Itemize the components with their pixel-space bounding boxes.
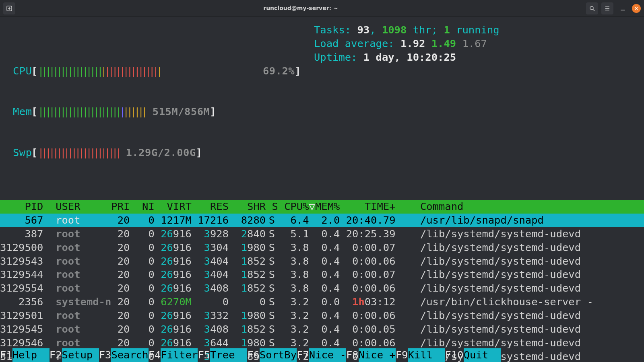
new-tab-button[interactable] [3, 2, 15, 14]
cpu-pct: 69.2% [203, 64, 295, 78]
search-icon[interactable] [586, 2, 598, 14]
swp-value: 1.29G/2.00G [119, 146, 196, 160]
table-row[interactable]: 3129501 root 20 0 26916 3332 1980S 3.2 0… [0, 309, 644, 323]
hamburger-icon[interactable] [601, 2, 613, 14]
table-row[interactable]: 3129544 root 20 0 26916 3404 1852S 3.8 0… [0, 268, 644, 282]
table-row[interactable]: 387 root 20 0 26916 3928 2840S 5.1 0.4 2… [0, 227, 644, 241]
func-f5[interactable]: F5Tree [198, 348, 247, 362]
func-f9[interactable]: F9Kill [396, 348, 445, 362]
swp-meter: Swp[||||||||||||||||||||||1.29G/2.00G] [13, 146, 301, 160]
system-stats: Tasks: 93, 1098 thr; 1 running Load aver… [314, 23, 500, 192]
mem-label: Mem [13, 105, 31, 119]
table-row[interactable]: 2356 systemd-n 20 0 6270M 0 0S 3.2 0.0 1… [0, 295, 644, 309]
func-f3[interactable]: F3Search [99, 348, 149, 362]
function-key-bar[interactable]: F1Help F2Setup F3SearchF4FilterF5Tree F6… [0, 348, 644, 362]
svg-point-1 [590, 6, 593, 10]
meters-panel: CPU[|||||||||||||||||||||||||||||||||69.… [0, 23, 314, 192]
table-row[interactable]: 567 root 20 0 1217M 17216 8280S 6.4 2.0 … [0, 214, 644, 227]
table-row[interactable]: 3129546 root 20 0 26916 3644 1980S 3.2 0… [0, 336, 644, 350]
func-f2[interactable]: F2Setup [50, 348, 99, 362]
func-f1[interactable]: F1Help [0, 348, 50, 362]
tasks-line: Tasks: 93, 1098 thr; 1 running [314, 23, 500, 37]
load-line: Load average: 1.92 1.49 1.67 [314, 37, 500, 51]
func-f10[interactable]: F10Quit [445, 348, 501, 362]
process-table[interactable]: PID USER PRI NI VIRT RES SHR S CPU%▽MEM%… [0, 192, 644, 362]
uptime-line: Uptime: 1 day, 10:20:25 [314, 51, 500, 64]
table-header[interactable]: PID USER PRI NI VIRT RES SHR S CPU%▽MEM%… [0, 200, 644, 214]
table-row[interactable]: 3129554 root 20 0 26916 3408 1852S 3.8 0… [0, 282, 644, 295]
mem-meter: Mem[|||||||||||||||||||||||||||||515M/85… [13, 105, 301, 119]
window-titlebar: runcloud@my-server: ~ [0, 0, 644, 17]
table-row[interactable]: 3129543 root 20 0 26916 3404 1852S 3.8 0… [0, 255, 644, 268]
cpu-label: CPU [13, 64, 31, 78]
close-button[interactable] [632, 4, 641, 13]
mem-value: 515M/856M [145, 105, 210, 119]
minimize-button[interactable] [617, 2, 629, 14]
func-f8[interactable]: F8Nice + [346, 348, 396, 362]
func-f7[interactable]: F7Nice - [297, 348, 346, 362]
window-title: runcloud@my-server: ~ [19, 4, 583, 12]
func-f4[interactable]: F4Filter [149, 348, 198, 362]
func-f6[interactable]: F6SortBy [247, 348, 297, 362]
cpu-meter: CPU[|||||||||||||||||||||||||||||||||69.… [13, 64, 301, 78]
table-row[interactable]: 3129500 root 20 0 26916 3304 1980S 3.8 0… [0, 241, 644, 255]
table-row[interactable]: 3129545 root 20 0 26916 3408 1852S 3.2 0… [0, 323, 644, 336]
swp-label: Swp [13, 146, 31, 160]
